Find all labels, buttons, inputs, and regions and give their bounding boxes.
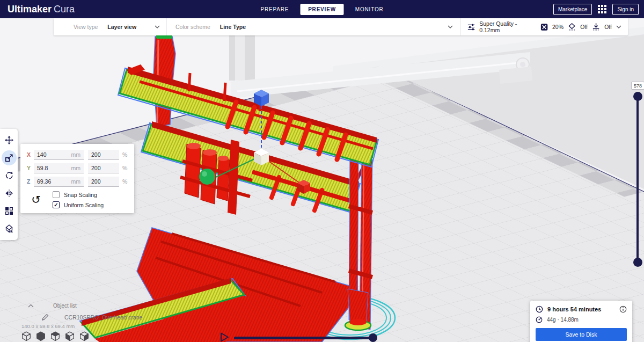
adhesion-icon <box>592 23 600 31</box>
snap-scaling-option[interactable]: Snap Scaling <box>53 191 104 198</box>
object-list-item[interactable]: CCR10SPRO_Overhead crane <box>42 314 142 321</box>
simulation-slider-track[interactable] <box>234 337 375 339</box>
app-logo: UltimakerCura <box>8 4 75 15</box>
applications-grid-icon[interactable] <box>598 5 606 13</box>
scale-tool-button[interactable] <box>0 149 18 166</box>
scale-x-size-field[interactable]: 140mm <box>34 150 84 160</box>
scale-x-percent-value: 200 <box>91 151 101 158</box>
axis-z-label: Z <box>27 178 34 185</box>
print-setup-selector[interactable]: Super Quality - 0.12mm 20% Off Off <box>460 18 628 35</box>
uniform-scaling-checkbox[interactable]: ✓ <box>53 201 60 208</box>
chevron-down-icon <box>155 25 160 29</box>
mirror-icon <box>2 186 17 201</box>
scale-z-size-value: 69.36 <box>37 178 51 185</box>
save-to-disk-button[interactable]: Save to Disk <box>536 328 627 341</box>
move-icon <box>2 133 17 148</box>
uniform-scaling-label: Uniform Scaling <box>64 202 104 208</box>
scale-z-percent-field[interactable]: 200 <box>88 177 119 187</box>
adhesion-value: Off <box>604 24 612 30</box>
scale-y-percent-value: 200 <box>91 165 101 171</box>
view-type-value: Layer view <box>107 24 136 30</box>
info-icon[interactable] <box>619 305 627 313</box>
tab-preview[interactable]: PREVIEW <box>300 4 344 15</box>
scale-y-size-value: 59.8 <box>37 165 48 171</box>
view-type-dropdown[interactable]: View type Layer view <box>54 18 166 35</box>
scale-x-unit: mm <box>71 151 81 158</box>
support-icon <box>568 23 576 31</box>
per-model-settings-tool-button[interactable] <box>0 202 18 220</box>
view-front-icon[interactable] <box>36 331 46 341</box>
tab-prepare[interactable]: PREPARE <box>252 4 297 15</box>
scale-z-percent-value: 200 <box>91 178 101 185</box>
support-blocker-tool-button[interactable] <box>0 220 18 237</box>
profile-name: Super Quality - 0.12mm <box>479 20 536 33</box>
object-list-toggle[interactable]: Object list <box>28 303 77 309</box>
material-spool-icon <box>536 316 543 323</box>
tool-panel <box>0 129 18 240</box>
color-scheme-value: Line Type <box>220 24 246 30</box>
pencil-icon <box>42 314 49 321</box>
app-header: UltimakerCura PREPARE PREVIEW MONITOR Ma… <box>0 0 644 18</box>
uniform-scaling-option[interactable]: ✓ Uniform Scaling <box>53 201 104 208</box>
simulation-slider-handle[interactable] <box>369 333 377 342</box>
object-list-label: Object list <box>53 303 77 309</box>
mirror-tool-button[interactable] <box>0 185 18 202</box>
scale-row-x: X 140mm 200 % <box>27 149 128 160</box>
scale-z-unit: mm <box>71 178 81 185</box>
scale-handle-y[interactable] <box>199 169 215 185</box>
layer-slider-bottom-handle[interactable] <box>633 258 642 267</box>
stage-tabs: PREPARE PREVIEW MONITOR <box>252 4 391 15</box>
scale-x-size-value: 140 <box>37 151 47 158</box>
scale-row-y: Y 59.8mm 200 % <box>27 163 128 173</box>
view-right-icon[interactable] <box>79 331 89 341</box>
scale-z-size-field[interactable]: 69.36mm <box>34 177 84 187</box>
tab-monitor[interactable]: MONITOR <box>347 4 392 15</box>
move-tool-button[interactable] <box>0 132 18 149</box>
view-3d-icon[interactable] <box>21 331 31 341</box>
layer-number-label: 578 <box>631 82 644 90</box>
infill-value: 20% <box>552 24 564 30</box>
support-value: Off <box>580 24 588 30</box>
layer-slider-top-handle[interactable] <box>633 92 642 101</box>
snap-scaling-label: Snap Scaling <box>64 192 97 198</box>
print-job-panel: 9 hours 54 minutes 44g · 14.88m Save to … <box>530 301 632 342</box>
scale-x-percent-field[interactable]: 200 <box>88 150 119 160</box>
marketplace-button[interactable]: Marketplace <box>553 4 592 15</box>
scale-icon <box>2 150 17 165</box>
scale-y-percent-unit: % <box>122 165 128 171</box>
scale-y-size-field[interactable]: 59.8mm <box>34 163 84 173</box>
chevron-up-icon <box>28 304 34 308</box>
scale-x-percent-unit: % <box>122 151 128 158</box>
view-top-icon[interactable] <box>50 331 60 341</box>
camera-view-presets <box>21 331 89 341</box>
scale-y-percent-field[interactable]: 200 <box>88 163 119 173</box>
color-scheme-label: Color scheme <box>175 24 210 30</box>
material-estimate: 44g · 14.88m <box>547 317 579 323</box>
color-scheme-dropdown[interactable]: Color scheme Line Type <box>166 18 460 35</box>
play-icon[interactable] <box>219 332 230 342</box>
layer-slider-track[interactable] <box>636 94 639 262</box>
scale-tool-panel: X 140mm 200 % Y 59.8mm 200 % Z 69.36mm 2… <box>20 144 134 213</box>
rotate-icon <box>2 168 17 183</box>
chevron-down-icon <box>616 25 621 29</box>
snap-scaling-checkbox[interactable] <box>53 191 60 198</box>
signin-button[interactable]: Sign in <box>612 4 639 15</box>
infill-icon <box>540 23 548 31</box>
logo-bold: Ultimaker <box>8 4 52 14</box>
support-blocker-icon <box>2 221 17 236</box>
header-right: Marketplace Sign in <box>553 4 639 15</box>
scale-z-percent-unit: % <box>122 178 128 185</box>
object-dimensions: 140.0 x 59.8 x 69.4 mm <box>21 323 75 329</box>
object-name: CCR10SPRO_Overhead crane <box>64 314 142 321</box>
rotate-tool-button[interactable] <box>0 167 18 184</box>
view-left-icon[interactable] <box>65 331 75 341</box>
scale-y-unit: mm <box>71 165 81 171</box>
view-type-label: View type <box>74 24 98 30</box>
clock-icon <box>536 305 543 313</box>
axis-x-label: X <box>27 151 34 158</box>
stage-menu-bar: View type Layer view Color scheme Line T… <box>54 18 628 35</box>
reset-scale-icon[interactable]: ↺ <box>27 191 45 208</box>
logo-light: Cura <box>54 4 75 14</box>
scale-panel-footer: ↺ Snap Scaling ✓ Uniform Scaling <box>27 191 128 208</box>
per-model-settings-icon <box>2 203 17 219</box>
